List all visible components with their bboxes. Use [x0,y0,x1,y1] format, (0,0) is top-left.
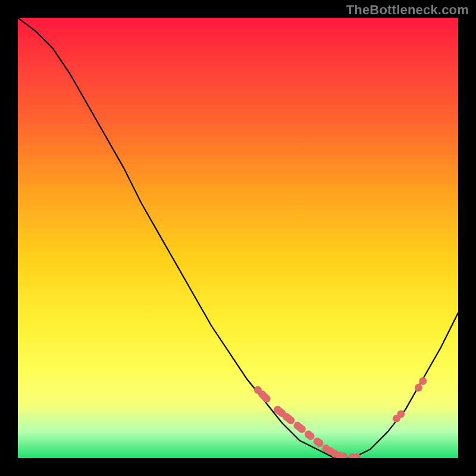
data-point [263,395,271,403]
data-point [415,384,422,392]
chart-overlay [18,18,458,458]
data-point [315,439,323,447]
watermark-text: TheBottleneck.com [346,2,469,18]
data-point [298,425,306,433]
chart-stage: TheBottleneck.com [0,0,476,476]
scatter-dots [254,377,427,458]
data-point [307,433,315,440]
bottleneck-curve [18,18,458,458]
data-point [287,416,295,424]
data-point [397,411,405,418]
plot-area [18,18,458,458]
data-point [419,377,427,385]
